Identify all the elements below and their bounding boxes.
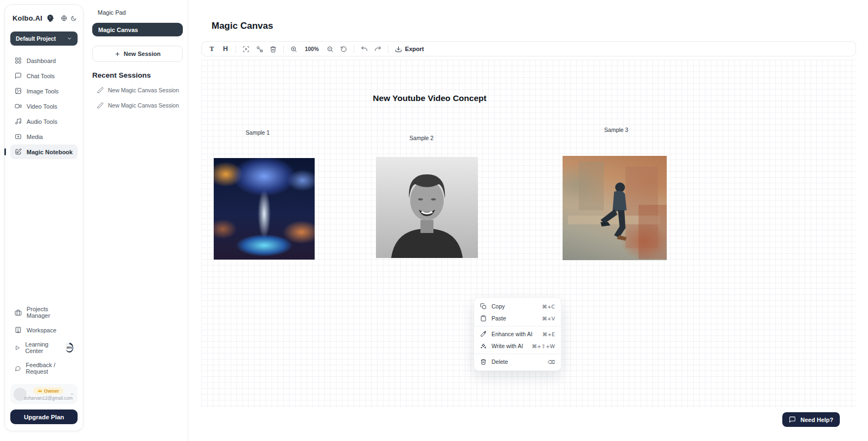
user-account-chip[interactable]: Owner zoharvan12@gmail.com [10, 384, 78, 404]
new-session-label: New Session [124, 51, 161, 57]
sidebar-nav: Dashboard Chat Tools Image Tools Video T… [10, 53, 78, 159]
brand-header: Kolbo.AI [10, 14, 78, 23]
heading-tool-button[interactable]: H [219, 43, 232, 55]
recent-sessions-title: Recent Sessions [92, 71, 183, 79]
sidebar-item-label: Workspace [27, 327, 56, 333]
context-menu-item-write-with-ai[interactable]: Write with AI ⌘+⇧+W [474, 340, 561, 352]
menu-item-label: Write with AI [492, 343, 523, 349]
pencil-icon [97, 102, 104, 109]
sidebar-item-label: Video Tools [27, 103, 57, 110]
help-chat-icon [789, 416, 796, 423]
sidebar-item-magic-notebook[interactable]: Magic Notebook [10, 144, 78, 159]
copy-icon [480, 303, 487, 310]
toolbar-divider [235, 45, 236, 53]
menu-divider [474, 354, 561, 354]
clipboard-icon [480, 315, 487, 322]
export-button[interactable]: Export [395, 46, 424, 53]
canvas-board-title[interactable]: New Youtube Video Concept [316, 93, 544, 103]
sidebar-item-audio-tools[interactable]: Audio Tools [10, 114, 78, 129]
sidebar-item-learning-center[interactable]: Learning Center 66% [10, 337, 78, 358]
menu-item-shortcut: ⌘+C [542, 304, 555, 310]
sidebar-item-projects-manager[interactable]: Projects Manager [10, 302, 78, 323]
undo-icon [361, 46, 368, 53]
tab-magic-canvas[interactable]: Magic Canvas [92, 23, 183, 36]
building-icon [15, 326, 22, 333]
sidebar-item-dashboard[interactable]: Dashboard [10, 53, 78, 68]
undo-button[interactable] [358, 43, 371, 55]
sidebar-item-label: Learning Center [25, 341, 59, 354]
menu-item-label: Delete [492, 358, 508, 365]
sidebar-item-label: Audio Tools [27, 118, 58, 125]
redo-button[interactable] [372, 43, 384, 55]
menu-item-label: Paste [492, 315, 506, 322]
sidebar-item-chat-tools[interactable]: Chat Tools [10, 68, 78, 83]
zoom-out-button[interactable] [324, 43, 336, 55]
context-menu: Copy ⌘+C Paste ⌘+V Enhance with AI ⌘+E W… [474, 297, 561, 371]
canvas-toolbar: T H 100% Export [201, 41, 856, 56]
sidebar-item-label: Image Tools [27, 88, 59, 94]
zoom-in-button[interactable] [288, 43, 300, 55]
rotate-reset-icon [340, 46, 347, 53]
menu-item-shortcut: ⌘+V [542, 316, 555, 322]
sample-3-label[interactable]: Sample 3 [589, 127, 643, 133]
canvas-surface[interactable]: New Youtube Video Concept Sample 1 Sampl… [201, 60, 856, 407]
menu-item-shortcut: ⌘+E [542, 331, 555, 337]
context-menu-item-enhance-with-ai[interactable]: Enhance with AI ⌘+E [474, 328, 561, 340]
user-menu-caret-icon[interactable] [70, 392, 74, 396]
context-menu-item-delete[interactable]: Delete ⌫ [474, 356, 561, 368]
magic-wand-icon [480, 331, 487, 337]
menu-item-shortcut: ⌘+⇧+W [532, 343, 555, 349]
upgrade-plan-label: Upgrade Plan [24, 414, 64, 420]
upgrade-plan-button[interactable]: Upgrade Plan [10, 410, 78, 424]
ruins-figure-placeholder [563, 156, 667, 260]
menu-item-label: Enhance with AI [492, 331, 532, 337]
connector-tool-button[interactable] [253, 43, 266, 55]
sidebar-item-video-tools[interactable]: Video Tools [10, 99, 78, 114]
tab-magic-pad[interactable]: Magic Pad [92, 8, 183, 23]
user-email: zoharvan12@gmail.com [24, 395, 73, 401]
dashboard-icon [15, 57, 22, 64]
sample-1-image[interactable] [214, 158, 315, 260]
project-selector[interactable]: Default Project [10, 32, 78, 46]
video-camera-icon [15, 103, 22, 110]
trash-icon [270, 46, 277, 53]
text-tool-button[interactable]: T [206, 43, 218, 55]
download-icon [395, 46, 402, 53]
menu-divider [474, 326, 561, 326]
menu-item-shortcut: ⌫ [548, 359, 555, 365]
need-help-label: Need Help? [800, 417, 833, 423]
learning-progress-value: 66% [66, 344, 73, 351]
session-list-item[interactable]: New Magic Canvas Session [92, 83, 183, 98]
scan-select-icon [242, 46, 250, 53]
context-menu-item-copy[interactable]: Copy ⌘+C [474, 300, 561, 312]
tab-magic-canvas-label: Magic Canvas [98, 27, 138, 33]
export-label: Export [405, 46, 424, 52]
reset-view-button[interactable] [337, 43, 350, 55]
sidebar-item-workspace[interactable]: Workspace [10, 323, 78, 337]
sample-2-image[interactable] [376, 157, 478, 258]
page-title: Magic Canvas [212, 21, 273, 32]
sample-2-label[interactable]: Sample 2 [394, 135, 449, 141]
sidebar-item-feedback-request[interactable]: Feedback / Request [10, 358, 78, 379]
language-globe-icon[interactable] [61, 15, 67, 22]
delete-tool-button[interactable] [267, 43, 279, 55]
project-selector-label: Default Project [16, 35, 56, 42]
sidebar-item-image-tools[interactable]: Image Tools [10, 84, 78, 98]
select-area-tool-button[interactable] [240, 43, 252, 55]
brand-logo-text: Kolbo.AI [12, 14, 42, 22]
sidebar-item-media[interactable]: Media [10, 129, 78, 144]
toolbar-divider [354, 45, 354, 53]
need-help-button[interactable]: Need Help? [782, 412, 840, 427]
dark-mode-moon-icon[interactable] [71, 15, 76, 22]
session-label: New Magic Canvas Session [108, 87, 179, 93]
session-list-item[interactable]: New Magic Canvas Session [92, 98, 183, 113]
new-session-button[interactable]: New Session [92, 46, 183, 62]
context-menu-item-paste[interactable]: Paste ⌘+V [474, 312, 561, 324]
sample-1-label[interactable]: Sample 1 [231, 129, 285, 136]
flow-nodes-icon [256, 46, 263, 53]
sample-3-image[interactable] [563, 156, 667, 260]
portrait-placeholder [376, 157, 478, 258]
chat-bubble-icon [15, 72, 22, 79]
plus-icon [114, 51, 120, 57]
zoom-out-icon [327, 46, 334, 53]
